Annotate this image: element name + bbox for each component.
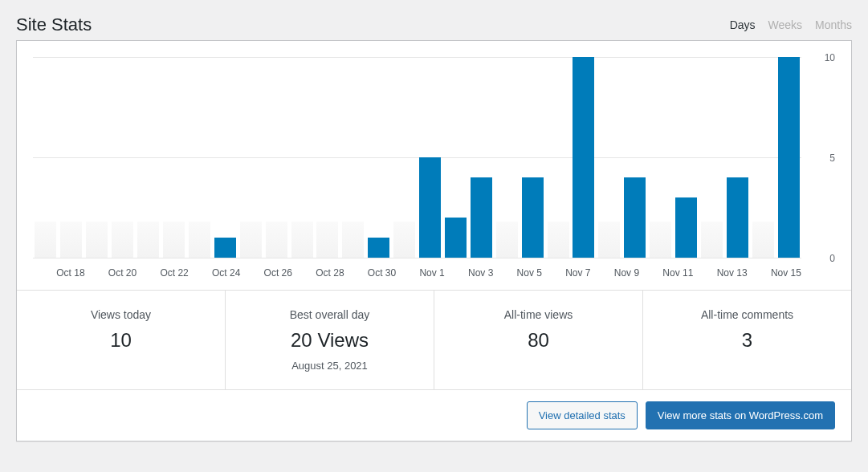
x-tick-label: Oct 20 [108,267,137,279]
bar-slot [59,57,84,258]
bar[interactable] [778,57,800,258]
x-tick-label [693,267,716,279]
bar-slot [340,57,366,258]
x-tick-label [396,267,419,279]
stats-footer: View detailed stats View more stats on W… [17,389,851,441]
x-tick-label: Oct 18 [56,267,84,279]
summary-sub: August 25, 2021 [234,360,426,372]
bar[interactable] [471,177,492,258]
bar[interactable] [727,177,748,258]
page-title: Site Stats [16,14,92,35]
bar-slot [186,57,212,258]
bar-slot [263,57,289,258]
x-tick-label: Oct 24 [212,267,240,279]
bar[interactable] [112,222,133,258]
bar[interactable] [137,222,159,258]
summary-all-time-comments: All-time comments 3 [643,291,851,389]
bar-slot [238,57,263,258]
bar[interactable] [316,222,338,258]
bar[interactable] [598,222,620,258]
x-tick-label [748,267,771,279]
x-tick-label [591,267,614,279]
bar[interactable] [419,157,441,258]
bar[interactable] [675,197,697,258]
x-tick-label [137,267,160,279]
x-tick-label: Nov 15 [771,267,801,279]
bar[interactable] [240,222,262,258]
x-tick-label: Nov 13 [717,267,748,279]
bar[interactable] [291,222,313,258]
bar[interactable] [496,222,518,258]
x-tick-label [292,267,316,279]
x-tick-label: Oct 22 [160,267,188,279]
bar[interactable] [86,222,108,258]
x-tick-label [240,267,263,279]
bar-slot [212,57,238,258]
bar[interactable] [445,218,467,258]
bar[interactable] [214,238,236,258]
x-tick-label: Nov 3 [468,267,493,279]
x-tick-label: Nov 9 [614,267,639,279]
bar[interactable] [266,222,287,258]
bar[interactable] [752,222,774,258]
bar-slot [392,57,418,258]
bar-slot [622,57,648,258]
view-more-stats-button[interactable]: View more stats on WordPress.com [646,401,835,429]
x-tick-label: Nov 11 [662,267,693,279]
summary-value: 3 [651,329,843,352]
summary-label: Views today [25,308,217,321]
stats-header: Site Stats Days Weeks Months [16,14,852,35]
chart-bars [33,57,801,258]
bar[interactable] [163,222,185,258]
tab-days[interactable]: Days [730,18,756,31]
summary-value: 20 Views [234,329,426,352]
bar[interactable] [701,222,723,258]
x-tick-label: Nov 1 [419,267,444,279]
bar-slot [289,57,315,258]
summary-label: Best overall day [234,308,426,321]
x-tick-label [189,267,212,279]
bar[interactable] [368,238,389,258]
tab-months[interactable]: Months [815,18,852,31]
y-tick-label: 0 [829,253,835,264]
chart-x-labels: Oct 18 Oct 20 Oct 22 Oct 24 Oct 26 Oct 2… [33,267,801,279]
bar[interactable] [35,222,56,258]
y-tick-label: 10 [825,52,835,63]
bar[interactable] [548,222,569,258]
bar[interactable] [393,222,415,258]
stats-chart: 0510 Oct 18 Oct 20 Oct 22 Oct 24 Oct 26 … [17,41,851,290]
bar-slot [776,57,801,258]
bar-slot [468,57,494,258]
bar[interactable] [573,57,594,258]
summary-row: Views today 10 Best overall day 20 Views… [17,290,851,389]
bar[interactable] [189,222,210,258]
summary-best-day: Best overall day 20 Views August 25, 202… [226,291,434,389]
x-tick-label: Oct 30 [368,267,396,279]
summary-value: 80 [442,329,634,352]
bar-slot [315,57,340,258]
bar[interactable] [522,177,544,258]
summary-all-time-views: All-time views 80 [434,291,643,389]
summary-label: All-time views [442,308,634,321]
gridline: 0 [33,258,801,258]
x-tick-label: Oct 26 [264,267,292,279]
x-tick-label: Nov 7 [565,267,590,279]
bar-slot [418,57,443,258]
bar[interactable] [624,177,646,258]
summary-value: 10 [25,329,217,352]
bar-slot [84,57,110,258]
x-tick-label [344,267,368,279]
x-tick-label [85,267,108,279]
x-tick-label [493,267,516,279]
bar-slot [648,57,674,258]
tab-weeks[interactable]: Weeks [768,18,803,31]
bar[interactable] [342,222,364,258]
x-tick-label: Nov 5 [517,267,542,279]
y-tick-label: 5 [829,153,835,164]
bar-slot [545,57,571,258]
bar-slot [366,57,392,258]
bar[interactable] [60,222,82,258]
bar[interactable] [650,222,671,258]
view-detailed-stats-button[interactable]: View detailed stats [527,401,638,429]
x-tick-label: Oct 28 [316,267,344,279]
